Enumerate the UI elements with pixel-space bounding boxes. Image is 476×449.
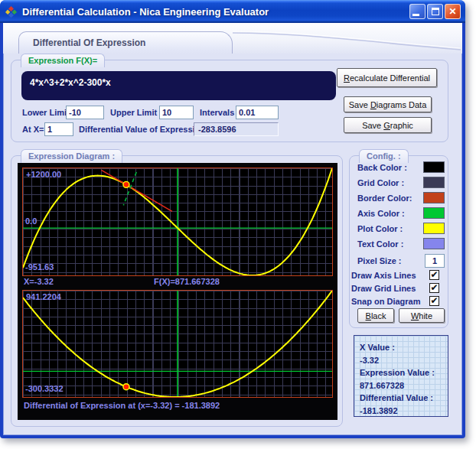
pixel-size-label: Pixel Size : xyxy=(357,256,401,265)
differential-value-label: Differential Value : xyxy=(360,392,448,405)
at-x-input[interactable] xyxy=(44,122,73,136)
differential-plot[interactable]: 941.2204 -300.3332 xyxy=(22,290,333,398)
differential-caption: Differential of Expression at (x=-3.32) … xyxy=(24,401,220,410)
save-diagrams-data-button[interactable]: Save Diagrams Data xyxy=(344,96,432,112)
at-x-label: At X= xyxy=(22,125,44,134)
title-bar[interactable]: Differential Calculation - Nica Engineer… xyxy=(0,0,465,23)
differential-value-label: Differential Value of Expression= xyxy=(79,125,210,134)
tab-strip: Differential Of Expression xyxy=(3,23,462,54)
diagram-canvas: +1200.00 0.0 -951.63 X=-3.32 F(X)=871.66… xyxy=(18,163,337,420)
back-color-label: Back Color : xyxy=(357,163,407,172)
expression-plot[interactable]: +1200.00 0.0 -951.63 xyxy=(22,168,333,276)
plot-color-label: Plot Color : xyxy=(357,224,403,233)
expression-input[interactable]: 4*x^3+2*x^2-300*x xyxy=(21,71,336,100)
expression-text: 4*x^3+2*x^2-300*x xyxy=(30,77,111,88)
app-window: Differential Calculation - Nica Engineer… xyxy=(0,0,465,438)
grid-color-label: Grid Color : xyxy=(357,178,404,187)
pixel-size-input[interactable] xyxy=(425,254,445,268)
config-group-label: Config. : xyxy=(359,149,409,163)
plot1-fx-caption: F(X)=871.667328 xyxy=(154,277,220,286)
window-title: Differential Calculation - Nica Engineer… xyxy=(22,6,409,18)
draw-grid-lines-label: Draw Grid Lines xyxy=(351,284,416,293)
app-icon xyxy=(5,5,18,18)
text-color-label: Text Color : xyxy=(357,239,403,249)
white-button[interactable]: White xyxy=(399,308,445,323)
maximize-icon xyxy=(432,8,439,15)
grid-color-swatch[interactable] xyxy=(423,177,445,188)
lower-limit-input[interactable] xyxy=(66,106,104,119)
result-box: X Value : -3.32 Expression Value : 871.6… xyxy=(354,335,448,417)
expression-diagram-label: Expression Diagram : xyxy=(21,149,122,163)
save-graphic-button[interactable]: Save Graphic xyxy=(344,117,432,133)
x-value-label: X Value : xyxy=(360,341,448,354)
window-content: Differential Of Expression Expression F(… xyxy=(3,23,462,435)
x-value: -3.32 xyxy=(360,354,448,367)
back-color-swatch[interactable] xyxy=(423,161,445,173)
differential-value: -181.3892 xyxy=(360,405,448,418)
tab-differential-of-expression[interactable]: Differential Of Expression xyxy=(18,31,233,54)
config-group: Config. : Back Color : Grid Color : Bord… xyxy=(349,155,448,328)
differential-value-field: -283.8596 xyxy=(194,122,279,136)
upper-limit-input[interactable] xyxy=(159,106,194,119)
snap-on-diagram-label: Snap on Diagram xyxy=(351,297,420,306)
snap-on-diagram-checkbox[interactable]: ✔ xyxy=(429,296,439,306)
draw-axis-lines-checkbox[interactable]: ✔ xyxy=(429,270,439,280)
draw-grid-lines-checkbox[interactable]: ✔ xyxy=(429,283,439,293)
plot1-x-caption: X=-3.32 xyxy=(24,277,54,286)
intervals-input[interactable] xyxy=(236,106,279,119)
close-button[interactable]: ✕ xyxy=(445,4,461,19)
axis-color-swatch[interactable] xyxy=(423,207,445,219)
black-button[interactable]: Black xyxy=(357,308,394,323)
expression-group: Expression F(X)= 4*x^3+2*x^2-300*x Lower… xyxy=(11,60,448,142)
close-icon: ✕ xyxy=(448,6,456,17)
border-color-label: Border Color: xyxy=(357,194,412,203)
expression-group-label: Expression F(X)= xyxy=(21,54,105,67)
minimize-icon xyxy=(412,14,419,16)
recalculate-differential-button[interactable]: Recalculate Differential xyxy=(337,68,437,87)
expression-diagram-group: Expression Diagram : +1200.00 0.0 -951.6… xyxy=(11,155,343,427)
upper-limit-label: Upper Limit : xyxy=(110,108,162,117)
text-color-swatch[interactable] xyxy=(423,238,445,249)
border-color-swatch[interactable] xyxy=(423,192,445,203)
minimize-button[interactable] xyxy=(409,4,425,19)
intervals-label: Intervals : xyxy=(200,108,240,117)
axis-color-label: Axis Color : xyxy=(357,209,405,218)
draw-axis-lines-label: Draw Axis Lines xyxy=(351,271,416,280)
plot-color-swatch[interactable] xyxy=(423,223,445,234)
tab-label: Differential Of Expression xyxy=(33,37,145,48)
maximize-button[interactable] xyxy=(427,4,443,19)
expression-value-label: Expression Value : xyxy=(360,366,448,379)
expression-value: 871.667328 xyxy=(360,379,448,392)
